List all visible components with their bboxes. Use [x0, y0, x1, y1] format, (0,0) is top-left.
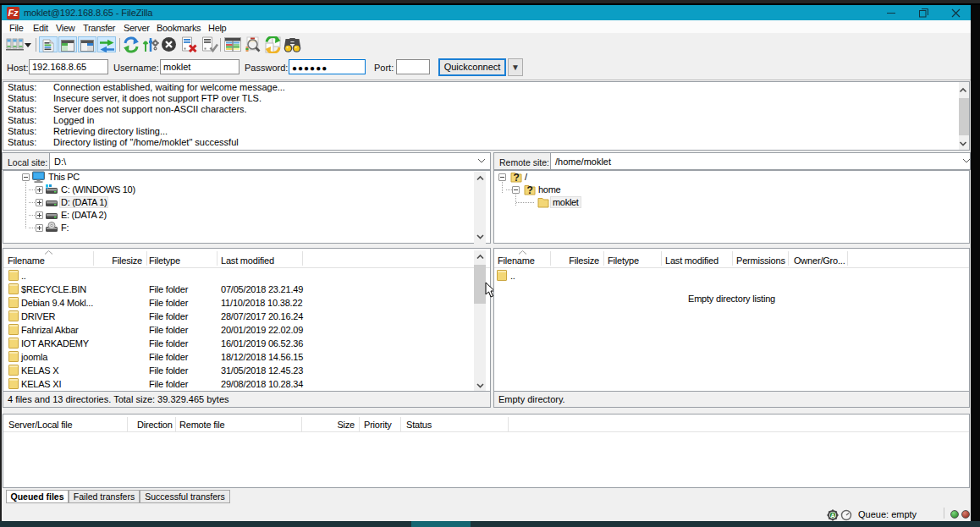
- svg-text:?: ?: [513, 172, 519, 184]
- svg-text:A: A: [830, 513, 834, 519]
- svg-text:?: ?: [526, 184, 532, 196]
